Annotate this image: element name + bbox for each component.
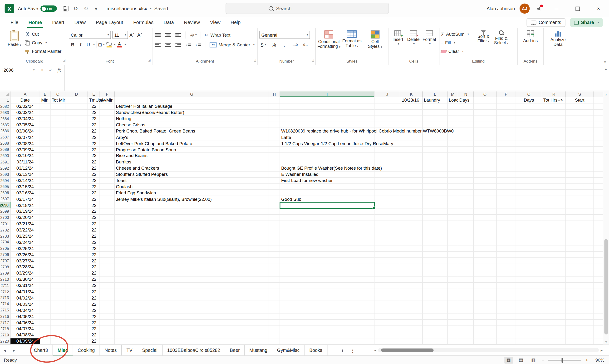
cell-O2683[interactable] [474, 110, 496, 116]
cell-C2697[interactable] [51, 196, 65, 202]
cell-F2706[interactable] [100, 252, 115, 258]
cell-G2685[interactable]: Cheese Crisps [115, 122, 269, 128]
cell-M2708[interactable] [448, 264, 458, 270]
cell-Q2708[interactable] [516, 264, 542, 270]
cell-G2714[interactable] [115, 301, 269, 307]
cell-R2708[interactable] [542, 264, 566, 270]
cell-G2701[interactable] [115, 221, 269, 227]
cell-Q2686[interactable] [516, 128, 542, 134]
cell-P2710[interactable] [497, 276, 516, 283]
cell-L2705[interactable] [423, 246, 448, 252]
row-header-2708[interactable]: 2708 [0, 264, 11, 270]
cell-O2692[interactable] [474, 165, 496, 171]
clear-button[interactable]: Clear▾ [441, 48, 475, 55]
cell-M2692[interactable] [448, 165, 458, 171]
cell-H2703[interactable] [269, 233, 280, 239]
cell-I2720[interactable] [280, 338, 375, 344]
cell-Q2704[interactable] [516, 239, 542, 246]
cell-Q2691[interactable] [516, 159, 542, 165]
sheet-tab-notes[interactable]: Notes [100, 345, 122, 356]
cell-L2699[interactable] [423, 208, 448, 215]
cell-L2692[interactable] [423, 165, 448, 171]
cell-N2691[interactable] [458, 159, 474, 165]
cell-H2719[interactable] [269, 332, 280, 338]
cell-A2704[interactable]: 03/24/24 [11, 239, 40, 246]
cell-G2688[interactable]: LeftOver Pork Chop and Baked Potato [115, 141, 269, 147]
cell-G2687[interactable]: Arby's [115, 134, 269, 141]
row-header-2717[interactable]: 2717 [0, 320, 11, 326]
cell-Q2712[interactable] [516, 289, 542, 295]
cell-E2709[interactable]: 22 [88, 270, 100, 276]
cell-O2705[interactable] [474, 246, 496, 252]
row-header-2703[interactable]: 2703 [0, 233, 11, 239]
cell-D2709[interactable] [65, 270, 88, 276]
cell-R2703[interactable] [542, 233, 566, 239]
cell-G2703[interactable] [115, 233, 269, 239]
cell-F2719[interactable] [100, 332, 115, 338]
cell-C1[interactable]: Tot Min [51, 97, 65, 104]
cell-M2689[interactable] [448, 147, 458, 153]
cell-K2701[interactable] [400, 221, 423, 227]
cell-G2691[interactable]: Burritos [115, 159, 269, 165]
cell-S2717[interactable] [566, 320, 594, 326]
cell-J2696[interactable] [375, 190, 400, 196]
cell-S2689[interactable] [566, 147, 594, 153]
cell-J2693[interactable] [375, 171, 400, 178]
cell-R2690[interactable] [542, 153, 566, 159]
cell-B2703[interactable] [40, 233, 51, 239]
cell-F2695[interactable] [100, 184, 115, 190]
cell-M2682[interactable] [448, 104, 458, 110]
row-header-2714[interactable]: 2714 [0, 301, 11, 307]
cell-H2685[interactable] [269, 122, 280, 128]
ribbon-tab-insert[interactable]: Insert [47, 17, 69, 28]
cell-B2691[interactable] [40, 159, 51, 165]
cell-O2710[interactable] [474, 276, 496, 283]
cell-K2707[interactable] [400, 258, 423, 264]
row-header-2698[interactable]: 2698 [0, 202, 11, 208]
cell-L2694[interactable] [423, 178, 448, 184]
cell-L2712[interactable] [423, 289, 448, 295]
new-sheet-button[interactable]: + [337, 345, 348, 356]
cell-I2692[interactable]: Bought GE Profile Washer(See Notes for t… [280, 165, 375, 171]
cell-E2685[interactable]: 22 [88, 122, 100, 128]
cell-A2682[interactable]: 03/02/24 [11, 104, 40, 110]
row-header-2696[interactable]: 2696 [0, 190, 11, 196]
cell-Q2682[interactable] [516, 104, 542, 110]
cell-K2699[interactable] [400, 208, 423, 215]
cell-P2711[interactable] [497, 283, 516, 289]
cell-N2705[interactable] [458, 246, 474, 252]
cell-E2697[interactable]: 22 [88, 196, 100, 202]
cell-M2714[interactable] [448, 301, 458, 307]
cell-J2708[interactable] [375, 264, 400, 270]
cell-G2707[interactable] [115, 258, 269, 264]
cell-D2699[interactable] [65, 208, 88, 215]
cell-J2713[interactable] [375, 295, 400, 301]
cell-A2698[interactable]: 03/18/24 [11, 202, 40, 208]
cell-I2711[interactable] [280, 283, 375, 289]
cell-I2704[interactable] [280, 239, 375, 246]
merge-center-button[interactable]: ▸◂Merge & Center▾ [210, 41, 255, 48]
cell-N2683[interactable] [458, 110, 474, 116]
cell-L2715[interactable] [423, 307, 448, 313]
accounting-format-button[interactable]: $▾ [259, 41, 267, 49]
cell-B2700[interactable] [40, 215, 51, 221]
cell-P2695[interactable] [497, 184, 516, 190]
cell-A2700[interactable]: 03/20/24 [11, 215, 40, 221]
horizontal-scroll-thumb[interactable] [381, 349, 434, 352]
cell-L2702[interactable] [423, 227, 448, 233]
cell-L2697[interactable] [423, 196, 448, 202]
cell-K2687[interactable] [400, 134, 423, 141]
cell-Q2710[interactable] [516, 276, 542, 283]
cell-A2720[interactable]: 04/09/24 [11, 338, 40, 344]
cell-Q2716[interactable] [516, 313, 542, 320]
cell-D2693[interactable] [65, 171, 88, 178]
cell-L2690[interactable] [423, 153, 448, 159]
horizontal-scrollbar[interactable]: ◂ ▸ [373, 347, 604, 353]
cell-K2718[interactable] [400, 326, 423, 332]
ribbon-tab-review[interactable]: Review [179, 17, 205, 28]
cell-O2686[interactable] [474, 128, 496, 134]
cell-H2691[interactable] [269, 159, 280, 165]
cell-C2711[interactable] [51, 283, 65, 289]
cell-J2707[interactable] [375, 258, 400, 264]
cell-P2696[interactable] [497, 190, 516, 196]
